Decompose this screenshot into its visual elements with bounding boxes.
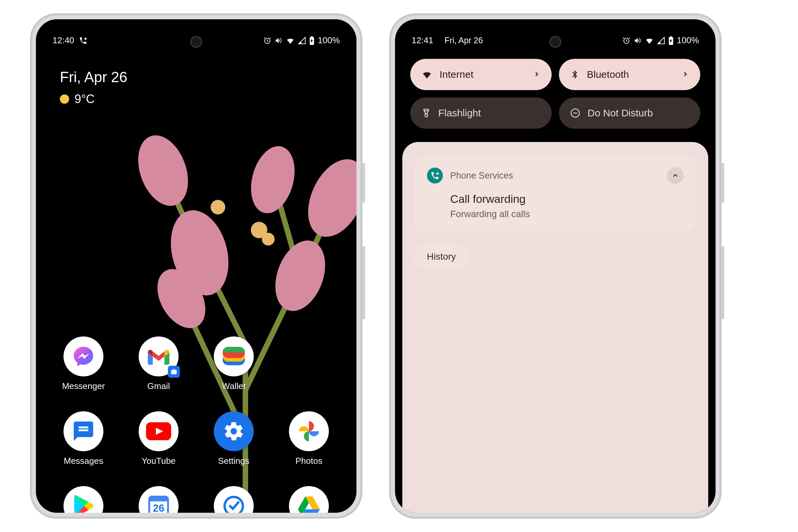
status-date: Fri, Apr 26 xyxy=(444,36,483,45)
app-settings[interactable]: Settings xyxy=(203,411,265,466)
status-time: 12:40 xyxy=(53,35,74,45)
app-youtube[interactable]: YouTube xyxy=(128,411,190,466)
qs-tile-bluetooth[interactable]: Bluetooth xyxy=(559,59,700,90)
svg-point-1 xyxy=(244,141,302,218)
vibrate-icon xyxy=(274,37,283,44)
battery-icon xyxy=(309,36,315,45)
svg-point-2 xyxy=(297,150,357,246)
history-button[interactable]: History xyxy=(414,244,469,269)
app-messenger[interactable]: Messenger xyxy=(53,337,114,391)
app-photos[interactable]: Photos xyxy=(278,411,340,466)
app-wallet[interactable]: Wallet xyxy=(203,337,265,391)
screen-notification-shade: 12:41 Fri, Apr 26 100% Internet Bluetoot… xyxy=(395,19,716,513)
quick-settings-tiles: Internet Bluetooth Flashlight Do Not Dis… xyxy=(402,49,708,142)
collapse-button[interactable] xyxy=(667,167,684,184)
svg-point-4 xyxy=(266,233,334,318)
qs-tile-internet[interactable]: Internet xyxy=(410,59,552,90)
svg-rect-11 xyxy=(311,36,312,37)
side-button[interactable] xyxy=(362,163,365,203)
signal-icon xyxy=(298,37,306,44)
notification-app-name: Phone Services xyxy=(450,171,513,181)
side-button[interactable] xyxy=(722,246,724,319)
app-tasks[interactable] xyxy=(203,486,265,513)
wifi-icon xyxy=(422,69,432,80)
app-messages[interactable]: Messages xyxy=(53,411,114,466)
svg-point-8 xyxy=(211,200,225,214)
svg-rect-22 xyxy=(670,36,672,37)
svg-point-0 xyxy=(129,128,197,213)
wifi-icon xyxy=(645,36,654,45)
weather-widget[interactable]: 9°C xyxy=(60,92,336,106)
vibrate-icon xyxy=(634,37,642,44)
svg-rect-17 xyxy=(149,497,168,501)
notification-card[interactable]: Phone Services Call forwarding Forwardin… xyxy=(414,155,697,233)
chevron-right-icon xyxy=(533,69,540,80)
call-forward-icon xyxy=(79,36,88,45)
app-drive[interactable] xyxy=(278,486,340,513)
flashlight-icon xyxy=(422,108,431,118)
wifi-icon xyxy=(286,36,294,45)
svg-point-19 xyxy=(225,497,243,513)
qs-tile-dnd[interactable]: Do Not Disturb xyxy=(559,97,700,129)
app-gmail[interactable]: Gmail xyxy=(128,337,190,391)
app-play-store[interactable] xyxy=(53,486,114,513)
signal-icon xyxy=(657,37,665,44)
chevron-right-icon xyxy=(682,69,689,80)
status-time: 12:41 xyxy=(412,35,433,45)
battery-percent: 100% xyxy=(677,35,699,45)
temperature: 9°C xyxy=(75,92,94,106)
date-widget[interactable]: Fri, Apr 26 xyxy=(60,69,336,86)
side-button[interactable] xyxy=(362,246,365,319)
notification-panel: Phone Services Call forwarding Forwardin… xyxy=(402,142,708,513)
battery-percent: 100% xyxy=(318,35,340,45)
svg-point-7 xyxy=(262,233,275,246)
screen-home: 12:40 100% Fri, Apr 26 9°C xyxy=(36,19,357,513)
front-camera xyxy=(549,36,561,48)
notification-body: Forwarding all calls xyxy=(450,209,684,220)
qs-tile-flashlight[interactable]: Flashlight xyxy=(410,97,552,129)
front-camera xyxy=(190,36,202,48)
bluetooth-icon xyxy=(570,69,580,80)
side-button[interactable] xyxy=(722,163,724,203)
phone-frame-home: 12:40 100% Fri, Apr 26 9°C xyxy=(30,13,362,519)
battery-icon xyxy=(668,36,673,45)
sun-icon xyxy=(60,94,69,104)
dnd-icon xyxy=(570,108,580,118)
notification-title: Call forwarding xyxy=(450,192,684,206)
app-calendar[interactable]: 26 xyxy=(128,486,190,513)
alarm-icon xyxy=(623,37,630,44)
work-badge-icon xyxy=(168,366,180,378)
svg-point-23 xyxy=(426,113,426,114)
phone-services-icon xyxy=(427,168,443,184)
phone-frame-notification: 12:41 Fri, Apr 26 100% Internet Bluetoot… xyxy=(389,13,722,519)
alarm-icon xyxy=(263,37,271,44)
svg-text:26: 26 xyxy=(153,502,165,513)
